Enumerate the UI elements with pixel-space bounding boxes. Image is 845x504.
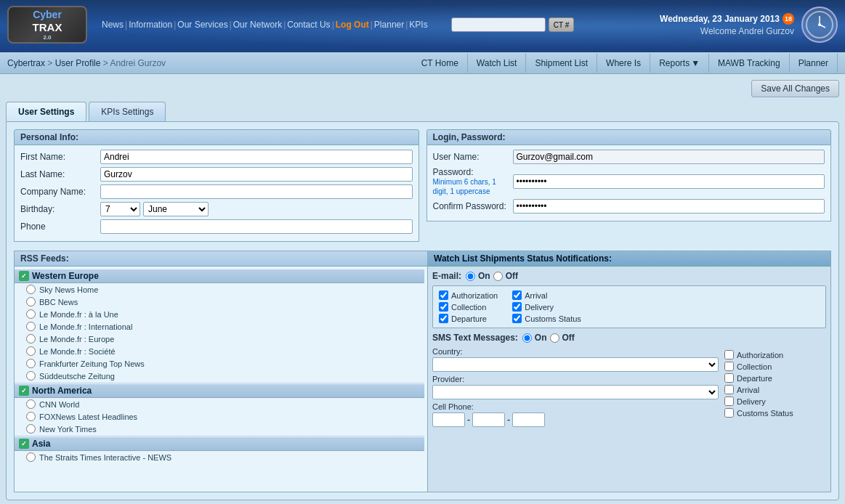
password-input[interactable]: [513, 174, 825, 189]
email-checkbox-cols: Authorization Collection Departure: [439, 290, 820, 323]
rss-group-label-asia: Asia: [32, 439, 50, 449]
nav-our-services[interactable]: Our Services: [177, 20, 227, 30]
email-delivery-checkbox[interactable]: [512, 302, 522, 312]
sep5: |: [332, 20, 334, 30]
email-checkboxes: Authorization Collection Departure: [432, 285, 826, 328]
email-authorization-checkbox[interactable]: [439, 290, 448, 300]
watch-header: Watch List Shipments Status Notification…: [428, 251, 830, 267]
reports-dropdown-icon: ▼: [691, 58, 700, 68]
rss-group-asia: ✓ Asia: [15, 437, 424, 451]
email-label: E-mail:: [432, 271, 461, 281]
breadcrumb-user-profile[interactable]: User Profile: [55, 58, 101, 68]
email-collection-checkbox[interactable]: [439, 302, 448, 312]
breadcrumb-home[interactable]: Cybertrax: [7, 58, 45, 68]
password-label: Password:: [433, 167, 513, 177]
nav-news[interactable]: News: [102, 20, 124, 30]
rss-radio-bbc[interactable]: [26, 297, 36, 306]
nav-mawb-tracking[interactable]: MAWB Tracking: [709, 54, 790, 73]
email-off-label: Off: [506, 271, 518, 281]
email-cb-departure: Departure: [439, 314, 498, 323]
sms-cb-arrival: Arrival: [724, 385, 826, 394]
tab-kpis-settings[interactable]: KPIs Settings: [89, 102, 166, 121]
first-name-input[interactable]: [100, 150, 413, 164]
rss-radio-nyt[interactable]: [26, 424, 36, 434]
cell-input-1[interactable]: [432, 412, 465, 427]
nav-our-network[interactable]: Our Network: [233, 20, 282, 30]
confirm-password-input[interactable]: [513, 199, 825, 214]
rss-group-icon-we: ✓: [19, 271, 29, 281]
list-item: Frankfurter Zeitung Top News: [15, 357, 424, 370]
nav-kpis[interactable]: KPIs: [409, 20, 427, 30]
rss-radio-fox[interactable]: [26, 412, 36, 421]
nav-planner[interactable]: Planner: [790, 54, 838, 73]
nav-logout[interactable]: Log Out: [336, 20, 369, 30]
sep3: |: [230, 20, 232, 30]
tab-user-settings[interactable]: User Settings: [6, 102, 86, 121]
rss-radio-lm2[interactable]: [26, 322, 36, 331]
sms-off-radio[interactable]: [550, 333, 559, 343]
country-select[interactable]: [432, 357, 719, 372]
svg-point-3: [818, 23, 821, 26]
email-departure-checkbox[interactable]: [439, 314, 448, 323]
cell-input-3[interactable]: [512, 412, 545, 427]
birthday-day-select[interactable]: 12345 678910 1112131415 1617181920 21222…: [100, 202, 140, 216]
provider-label: Provider:: [432, 375, 719, 383]
sms-on-radio[interactable]: [522, 333, 532, 343]
login-info-section: Login, Password: User Name: Password: Mi…: [426, 129, 832, 248]
rss-radio-sky[interactable]: [26, 285, 36, 294]
sms-collection-checkbox[interactable]: [724, 362, 734, 371]
rss-radio-straits[interactable]: [26, 452, 36, 462]
email-checkbox-col-left: Authorization Collection Departure: [439, 290, 498, 323]
nav-shipment-list[interactable]: Shipment List: [526, 54, 597, 73]
list-item: The Straits Times Interactive - NEWS: [15, 451, 424, 463]
cell-input-2[interactable]: [472, 412, 505, 427]
watch-body: E-mail: On Off: [428, 267, 830, 434]
rss-group-north-america: ✓ North America: [15, 384, 424, 398]
first-name-label: First Name:: [20, 152, 100, 162]
username-input[interactable]: [513, 150, 825, 164]
nav-contact-us[interactable]: Contact Us: [287, 20, 330, 30]
nav-information[interactable]: Information: [129, 20, 172, 30]
cell-phone-row: Cell Phone: - -: [432, 402, 719, 427]
username-label: User Name:: [433, 152, 513, 162]
nav-ct-home[interactable]: CT Home: [413, 54, 468, 73]
phone-row: Phone: [20, 219, 413, 234]
phone-input[interactable]: [100, 219, 413, 234]
email-arrival-checkbox[interactable]: [512, 290, 522, 300]
save-all-changes-button[interactable]: Save All Changes: [751, 80, 839, 97]
personal-info-header: Personal Info:: [14, 129, 419, 145]
sms-delivery-checkbox[interactable]: [724, 397, 734, 406]
rss-group-label-we: Western Europe: [32, 271, 99, 281]
sms-arrival-checkbox[interactable]: [724, 385, 734, 394]
password-hint: Minimum 6 chars, 1 digit, 1 uppercase: [433, 177, 513, 196]
rss-radio-lm3[interactable]: [26, 334, 36, 344]
sms-authorization-checkbox[interactable]: [724, 350, 734, 359]
sms-row: SMS Text Messages: On Off: [432, 333, 826, 343]
rss-radio-lm4[interactable]: [26, 346, 36, 356]
provider-select[interactable]: [432, 385, 719, 399]
rss-radio-lm1[interactable]: [26, 309, 36, 319]
email-on-radio[interactable]: [466, 272, 475, 281]
nav-where-is[interactable]: Where Is: [597, 54, 650, 73]
nav-watch-list[interactable]: Watch List: [468, 54, 527, 73]
search-button[interactable]: CT #: [549, 17, 575, 32]
company-input[interactable]: [100, 184, 413, 199]
form-area: Personal Info: First Name: Last Name: Co…: [6, 121, 839, 500]
last-name-input[interactable]: [100, 167, 413, 182]
sms-departure-checkbox[interactable]: [724, 373, 734, 383]
search-input[interactable]: [451, 17, 546, 32]
email-customs-status-checkbox[interactable]: [512, 314, 522, 323]
rss-radio-sz[interactable]: [26, 371, 36, 381]
email-off-radio[interactable]: [493, 272, 503, 281]
email-row: E-mail: On Off: [432, 271, 826, 281]
email-radio-group: On Off: [466, 271, 518, 281]
nav-planner[interactable]: Planner: [374, 20, 404, 30]
breadcrumb: Cybertrax > User Profile > Andrei Gurzov: [7, 58, 413, 68]
header-nav: News | Information | Our Services | Our …: [102, 17, 660, 32]
rss-radio-cnn[interactable]: [26, 399, 36, 409]
sms-customs-status-checkbox[interactable]: [724, 408, 734, 418]
list-item: CNN World: [15, 398, 424, 410]
birthday-month-select[interactable]: JanuaryFebruaryMarchAprilMay JuneJulyAug…: [143, 202, 209, 216]
rss-radio-fz[interactable]: [26, 359, 36, 368]
nav-reports[interactable]: Reports ▼: [650, 54, 709, 73]
